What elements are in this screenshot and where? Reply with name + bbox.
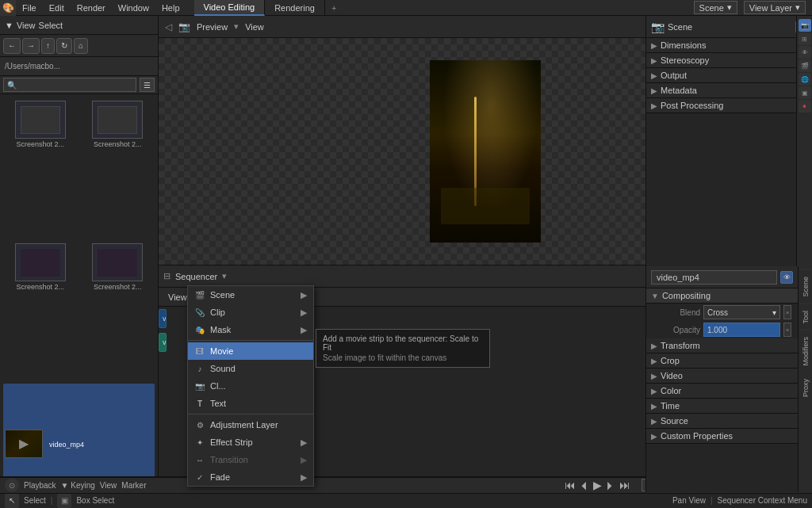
tab-video-editing[interactable]: Video Editing	[194, 0, 266, 16]
props-tab-world[interactable]: 🌐	[799, 73, 811, 86]
section-transform[interactable]: ▶ Transform	[646, 338, 798, 353]
marker-label[interactable]: Marker	[121, 481, 146, 490]
refresh-btn[interactable]: ↻	[56, 38, 72, 54]
tab-add[interactable]: +	[325, 3, 343, 13]
skip-end-btn[interactable]: ⏭	[619, 479, 630, 491]
menu-item-text[interactable]: T Text	[188, 395, 313, 412]
scene-selector[interactable]: Scene ▾	[694, 1, 737, 14]
opacity-value[interactable]: 1.000	[703, 323, 780, 337]
filter-btn[interactable]: ☰	[140, 78, 155, 92]
home-btn[interactable]: ⌂	[74, 38, 88, 54]
nav-up-btn[interactable]: ↑	[41, 38, 55, 54]
playback-label[interactable]: Playback	[24, 481, 56, 490]
section-compositing[interactable]: ▼ Compositing	[646, 288, 798, 304]
menu-item-clip[interactable]: 📎 Clip ▶	[188, 304, 313, 321]
menu-item-sound[interactable]: ♪ Sound	[188, 360, 313, 377]
side-tab-scene[interactable]: Scene	[800, 269, 811, 304]
search-input[interactable]: 🔍	[3, 78, 136, 92]
play-btn[interactable]: ▶	[593, 479, 602, 491]
clip-submenu-arrow: ▶	[301, 307, 307, 318]
box-select-icon[interactable]: ▣	[57, 494, 71, 508]
section-time[interactable]: ▶ Time	[646, 399, 798, 414]
props-tab-obj[interactable]: ▣	[799, 86, 811, 99]
skip-start-btn[interactable]: ⏮	[565, 479, 576, 491]
preview-dropdown-icon[interactable]: ▾	[234, 21, 239, 32]
scene-submenu-arrow: ▶	[301, 290, 307, 300]
file-label: video_mp4	[49, 441, 84, 449]
section-crop[interactable]: ▶ Crop	[646, 353, 798, 369]
preview-view-label[interactable]: View	[245, 22, 264, 32]
list-item[interactable]: Screenshot 2...	[3, 240, 78, 380]
view-label[interactable]: View	[100, 481, 117, 490]
section-output[interactable]: ▶ Output	[646, 68, 796, 83]
seq-title[interactable]: Sequencer	[175, 272, 217, 281]
left-panel-menu-view[interactable]: ▼	[5, 21, 13, 30]
playback-menu-btn[interactable]: ⊙	[5, 478, 19, 492]
tooltip-title: Add a movie strip to the sequencer: Scal…	[323, 334, 483, 352]
menu-file[interactable]: File	[16, 0, 43, 15]
menu-edit[interactable]: Edit	[43, 0, 71, 15]
menu-item-effect-strip[interactable]: ✦ Effect Strip ▶	[188, 434, 313, 451]
side-tab-proxy[interactable]: Proxy	[800, 372, 811, 403]
menu-item-fade[interactable]: ✓ Fade ▶	[188, 468, 313, 486]
nav-forward-btn[interactable]: →	[22, 38, 40, 54]
select-tool-icon[interactable]: ↖	[5, 494, 19, 508]
track-strip-video-001[interactable]: video_001 | /Users/macbook/Desktop/video…	[159, 333, 167, 352]
nav-back-btn[interactable]: ←	[3, 38, 21, 54]
section-video[interactable]: ▶ Video	[646, 369, 798, 384]
menu-help[interactable]: Help	[155, 0, 186, 15]
opacity-reset-btn[interactable]: ×	[783, 323, 791, 337]
section-dimensions[interactable]: ▶ Dimensions	[646, 38, 796, 53]
section-custom-properties[interactable]: ▶ Custom Properties	[646, 429, 798, 444]
menu-render[interactable]: Render	[71, 0, 112, 15]
section-metadata[interactable]: ▶ Metadata	[646, 83, 796, 98]
menu-item-transition[interactable]: ↔ Transition ▶	[188, 451, 313, 468]
seq-dropdown[interactable]: ▾	[222, 271, 227, 281]
path-bar[interactable]: /Users/macbo...	[0, 57, 158, 76]
blend-reset-btn[interactable]: ×	[783, 305, 791, 319]
strip-visibility-btn[interactable]: 👁	[780, 271, 793, 284]
list-item[interactable]: Screenshot 2...	[3, 97, 78, 237]
select-arrow-icon: ↖	[9, 496, 15, 505]
menu-window[interactable]: Window	[112, 0, 155, 15]
pan-view-label[interactable]: Pan View	[672, 496, 706, 505]
box-select-label[interactable]: Box Select	[76, 496, 114, 505]
view-layer-chevron: ▾	[795, 2, 800, 13]
time-arrow: ▶	[651, 402, 657, 411]
menu-item-scene[interactable]: 🎬 Scene ▶	[188, 286, 313, 304]
context-menu-label[interactable]: Sequencer Context Menu	[718, 496, 807, 505]
tab-rendering[interactable]: Rendering	[265, 0, 325, 16]
list-item[interactable]: Screenshot 2...	[81, 240, 155, 380]
strip-name-input[interactable]	[651, 270, 777, 285]
section-stereoscopy[interactable]: ▶ Stereoscopy	[646, 53, 796, 68]
prev-frame-btn[interactable]: ⏴	[579, 479, 590, 491]
menu-item-cl[interactable]: 📷 Cl...	[188, 377, 313, 395]
left-panel-menu-view-label[interactable]: View	[17, 21, 36, 30]
view-layer-selector[interactable]: View Layer ▾	[744, 1, 806, 14]
track-strip-video-mp4[interactable]: video_mp4 | /Users/macbook/Desktop/video…	[159, 309, 167, 328]
side-tab-modifiers[interactable]: Modifiers	[800, 330, 811, 372]
props-tab-render[interactable]: 📷	[799, 19, 811, 32]
section-color[interactable]: ▶ Color	[646, 384, 798, 399]
props-tab-scene[interactable]: 🎬	[799, 59, 811, 72]
left-panel-menu-select[interactable]: Select	[39, 21, 63, 30]
effect-strip-submenu-arrow: ▶	[301, 437, 307, 448]
file-label: Screenshot 2...	[16, 283, 64, 291]
keying-label[interactable]: ▼ Keying	[61, 481, 95, 490]
tooltip-desc: Scale image to fit within the canvas	[323, 353, 483, 362]
select-label[interactable]: Select	[24, 496, 46, 505]
blend-select[interactable]: Cross ▾	[703, 305, 780, 319]
section-source[interactable]: ▶ Source	[646, 414, 798, 429]
props-tab-particles[interactable]: ⁕	[799, 100, 811, 113]
props-tab-output[interactable]: ⊞	[799, 32, 811, 45]
side-tab-tool[interactable]: Tool	[800, 304, 811, 330]
menu-item-movie[interactable]: 🎞 Movie	[188, 342, 313, 360]
menu-item-adjustment[interactable]: ⚙ Adjustment Layer	[188, 416, 313, 434]
section-post-processing[interactable]: ▶ Post Processing	[646, 98, 796, 113]
list-item[interactable]: Screenshot 2...	[81, 97, 155, 237]
crop-arrow: ▶	[651, 357, 657, 365]
strip-props-content: 👁 ▼ Compositing Blend Cross ▾ × Opacity …	[646, 266, 798, 492]
menu-item-mask[interactable]: 🎭 Mask ▶	[188, 321, 313, 338]
next-frame-btn[interactable]: ⏵	[605, 479, 616, 491]
props-tab-view[interactable]: 👁	[799, 46, 811, 59]
